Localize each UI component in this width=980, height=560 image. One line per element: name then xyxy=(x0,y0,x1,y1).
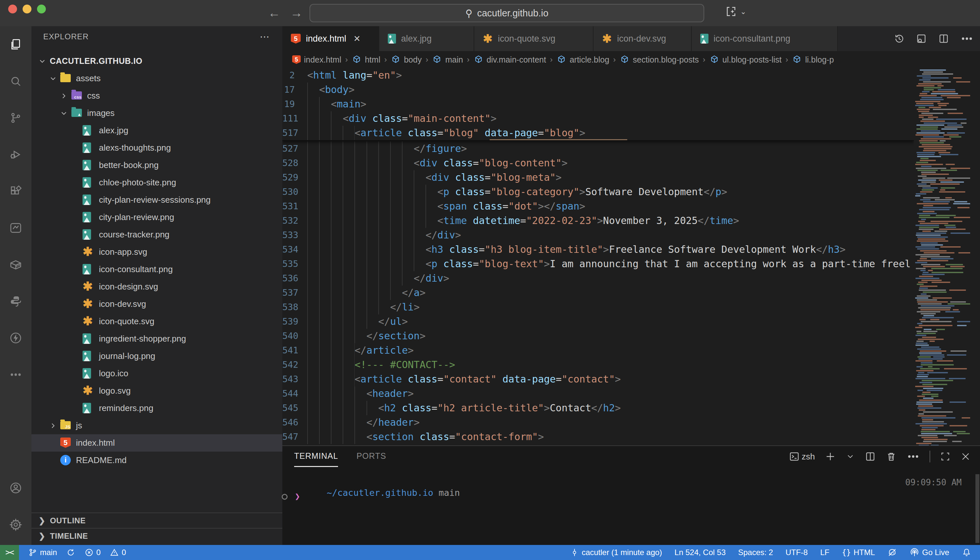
terminal-more-button[interactable] xyxy=(907,450,920,463)
breadcrumb-item-index-html[interactable]: 5index.html xyxy=(292,55,341,65)
new-terminal-button[interactable] xyxy=(825,451,836,462)
status-warnings[interactable]: 0 xyxy=(110,548,126,557)
breadcrumb-item-section-blog-posts[interactable]: section.blog-posts xyxy=(620,55,699,65)
tree-item-chloe-photo-site-png[interactable]: chloe-photo-site.png xyxy=(32,174,282,191)
tab-icon-quote-svg[interactable]: ✱ icon-quote.svg xyxy=(474,26,593,51)
outline-section-header[interactable]: ❯ OUTLINE xyxy=(32,513,282,528)
remote-indicator[interactable]: >< xyxy=(0,545,19,560)
tab-terminal[interactable]: TERMINAL xyxy=(294,446,338,467)
activity-item-accounts[interactable] xyxy=(0,470,32,506)
open-preview-button[interactable] xyxy=(916,33,927,44)
activity-item-thunder-client[interactable] xyxy=(0,320,32,356)
tree-item-icon-consultant-png[interactable]: icon-consultant.png xyxy=(32,261,282,278)
navigate-back-icon[interactable]: ← xyxy=(268,6,280,20)
tab-index-html[interactable]: 5 index.html✕ xyxy=(282,26,379,51)
tree-item-city-plan-review-sessions-png[interactable]: city-plan-review-sessions.png xyxy=(32,191,282,208)
status-language-mode[interactable]: {​}HTML xyxy=(842,548,875,557)
timeline-section-header[interactable]: ❯ TIMELINE xyxy=(32,528,282,543)
breadcrumb-item-li-blog-p[interactable]: li.blog-p xyxy=(792,55,834,65)
maximize-panel-button[interactable] xyxy=(940,451,950,462)
breadcrumb-item-ul-blog-posts-list[interactable]: ul.blog-posts-list xyxy=(710,55,782,65)
tree-item-logo-svg[interactable]: ✱logo.svg xyxy=(32,382,282,400)
status-git-blame[interactable]: cacutler (1 minute ago) xyxy=(570,548,662,557)
split-editor-button[interactable] xyxy=(938,33,949,44)
tree-item-index-html[interactable]: 5index.html xyxy=(32,434,282,452)
traffic-close-button[interactable] xyxy=(8,5,17,13)
command-center-search[interactable]: ⚲ cacutler.github.io xyxy=(310,4,704,22)
tab-icon-consultant-png[interactable]: icon-consultant.png xyxy=(692,26,838,51)
activity-item-containers[interactable] xyxy=(0,246,32,283)
customize-layout-button[interactable]: ⌄ xyxy=(725,5,746,18)
split-terminal-button[interactable] xyxy=(865,451,876,462)
status-sync[interactable] xyxy=(66,548,75,557)
more-actions-button[interactable] xyxy=(960,32,973,45)
tab-alex-jpg[interactable]: alex.jpg xyxy=(379,26,474,51)
minimap[interactable] xyxy=(914,68,970,472)
activity-item-extensions[interactable] xyxy=(0,173,32,210)
status-notifications[interactable] xyxy=(962,548,972,557)
tree-item-js[interactable]: JSjs xyxy=(32,417,282,434)
explorer-more-actions-button[interactable]: ⋯ xyxy=(260,31,270,42)
close-panel-button[interactable] xyxy=(960,451,971,462)
breadcrumb-item-article-blog[interactable]: article.blog xyxy=(557,55,609,65)
tree-item-city-plan-review-png[interactable]: city-plan-review.png xyxy=(32,208,282,226)
tree-item-assets[interactable]: assets xyxy=(32,70,282,87)
tree-item-css[interactable]: csscss xyxy=(32,87,282,105)
tree-item-reminders-png[interactable]: reminders.png xyxy=(32,400,282,417)
status-branch[interactable]: main xyxy=(28,548,57,557)
tree-item-course-tracker-png[interactable]: course-tracker.png xyxy=(32,226,282,243)
status-copilot-disabled[interactable] xyxy=(887,548,897,557)
activity-item-more-views[interactable] xyxy=(0,356,32,393)
commit-icon xyxy=(570,548,579,557)
close-icon[interactable]: ✕ xyxy=(353,34,361,44)
status-indentation[interactable]: Spaces: 2 xyxy=(738,548,773,557)
tree-item-logo-ico[interactable]: logo.ico xyxy=(32,365,282,382)
kill-terminal-button[interactable] xyxy=(886,451,897,462)
activity-item-explorer[interactable] xyxy=(0,26,32,63)
status-eol[interactable]: LF xyxy=(820,548,829,557)
activity-item-live-preview[interactable] xyxy=(0,210,32,246)
tree-item-images[interactable]: ▲images xyxy=(32,105,282,122)
terminal-prompt-char[interactable]: ❯ xyxy=(295,491,300,502)
tab-ports[interactable]: PORTS xyxy=(357,446,386,467)
status-go-live[interactable]: Go Live xyxy=(910,548,949,557)
tree-item-journal-log-png[interactable]: journal-log.png xyxy=(32,347,282,365)
indent-guides xyxy=(307,242,425,257)
indent-guides xyxy=(307,126,355,140)
status-encoding[interactable]: UTF-8 xyxy=(785,548,808,557)
terminal-scrollbar[interactable] xyxy=(975,474,979,543)
tree-item-readme-md[interactable]: iREADME.md xyxy=(32,452,282,469)
launch-profile-dropdown-button[interactable] xyxy=(846,452,855,461)
breadcrumb-item-body[interactable]: body xyxy=(391,55,422,65)
code-editor[interactable]: 527 </figure>528 <div class="blog-conten… xyxy=(282,68,980,472)
local-history-button[interactable] xyxy=(893,33,905,44)
navigate-forward-icon[interactable]: → xyxy=(290,6,303,20)
tree-item-better-book-png[interactable]: better-book.png xyxy=(32,157,282,174)
tree-item-icon-app-svg[interactable]: ✱icon-app.svg xyxy=(32,243,282,261)
traffic-minimize-button[interactable] xyxy=(23,5,32,13)
traffic-maximize-button[interactable] xyxy=(37,5,46,13)
tree-item-label: city-plan-review-sessions.png xyxy=(99,195,211,205)
status-errors[interactable]: 0 xyxy=(85,548,100,557)
tab-icon-dev-svg[interactable]: ✱ icon-dev.svg xyxy=(593,26,692,51)
tree-item-cacutler-github-io[interactable]: CACUTLER.GITHUB.IO xyxy=(32,52,282,70)
activity-item-settings[interactable] xyxy=(0,506,32,543)
live-preview-icon xyxy=(9,222,22,235)
launch-profile-button[interactable]: zsh xyxy=(789,451,815,462)
status-cursor-position[interactable]: Ln 524, Col 53 xyxy=(674,548,725,557)
tree-item-icon-design-svg[interactable]: ✱icon-design.svg xyxy=(32,278,282,295)
activity-item-run-debug[interactable] xyxy=(0,136,32,173)
breadcrumb[interactable]: 5index.html›html›body›main›div.main-cont… xyxy=(282,51,980,68)
breadcrumb-item-main[interactable]: main xyxy=(432,55,463,65)
command-decoration-icon[interactable] xyxy=(282,494,288,500)
breadcrumb-item-div-main-content[interactable]: div.main-content xyxy=(473,55,546,65)
tree-item-icon-quote-svg[interactable]: ✱icon-quote.svg xyxy=(32,313,282,330)
breadcrumb-item-html[interactable]: html xyxy=(352,55,380,65)
tree-item-alexs-thoughts-png[interactable]: alexs-thoughts.png xyxy=(32,139,282,157)
tree-item-icon-dev-svg[interactable]: ✱icon-dev.svg xyxy=(32,295,282,313)
activity-item-source-control[interactable] xyxy=(0,100,32,136)
activity-item-search[interactable] xyxy=(0,63,32,100)
activity-item-python[interactable] xyxy=(0,283,32,320)
tree-item-ingredient-shopper-png[interactable]: ingredient-shopper.png xyxy=(32,330,282,347)
tree-item-alex-jpg[interactable]: alex.jpg xyxy=(32,122,282,139)
